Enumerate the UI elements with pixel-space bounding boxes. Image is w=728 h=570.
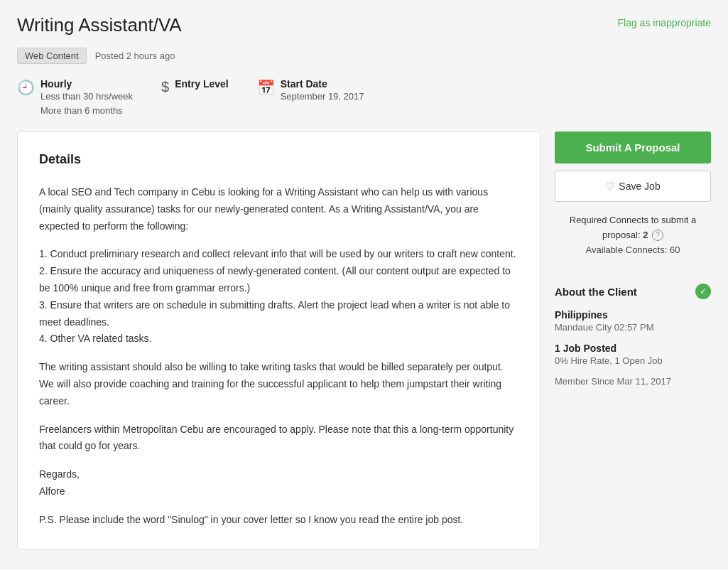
- client-country: Philippines: [555, 309, 711, 321]
- member-since: Member Since Mar 11, 2017: [555, 376, 711, 387]
- job-description: A local SEO and Tech company in Cebu is …: [39, 184, 518, 529]
- jobs-posted-label: 1 Job Posted: [555, 343, 711, 354]
- client-header: About the Client ✓: [555, 284, 711, 299]
- description-paragraph: P.S. Please include the word "Sinulog" i…: [39, 512, 518, 529]
- clock-icon: 🕘: [17, 79, 35, 96]
- job-tag-badge: Web Content: [17, 48, 87, 64]
- hourly-label: Hourly: [40, 78, 133, 90]
- client-section: About the Client ✓ Philippines Mandaue C…: [555, 271, 711, 387]
- submit-proposal-button[interactable]: Submit A Proposal: [555, 131, 711, 163]
- save-job-label: Save Job: [619, 181, 660, 192]
- job-details-row: 🕘 Hourly Less than 30 hrs/week More than…: [17, 78, 711, 117]
- flag-inappropriate-link[interactable]: Flag as inappropriate: [617, 14, 711, 28]
- client-section-title: About the Client: [555, 286, 637, 298]
- main-layout: Details A local SEO and Tech company in …: [17, 131, 711, 549]
- description-paragraph: The writing assistant should also be wil…: [39, 359, 518, 409]
- save-job-button[interactable]: ♡ Save Job: [555, 171, 711, 202]
- meta-bar: Web Content Posted 2 hours ago: [17, 48, 711, 64]
- detail-startdate: 📅 Start Date September 19, 2017: [257, 78, 364, 104]
- available-connects-label: Available Connects:: [586, 244, 668, 255]
- startdate-label: Start Date: [281, 78, 364, 90]
- level-label: Entry Level: [175, 78, 228, 90]
- connects-count: 2: [643, 230, 648, 240]
- description-paragraph: Freelancers within Metropolitan Cebu are…: [39, 421, 518, 456]
- job-title: Writing Assistant/VA: [17, 14, 182, 36]
- description-paragraph: Regards, Alfore: [39, 466, 518, 500]
- hourly-sub1: Less than 30 hrs/week: [40, 90, 133, 104]
- description-paragraph: A local SEO and Tech company in Cebu is …: [39, 184, 518, 235]
- posted-time: Posted 2 hours ago: [95, 50, 175, 61]
- detail-hourly: 🕘 Hourly Less than 30 hrs/week More than…: [17, 78, 133, 117]
- top-bar: Writing Assistant/VA Flag as inappropria…: [17, 14, 711, 36]
- description-paragraph: 1. Conduct preliminary research and coll…: [39, 246, 518, 348]
- details-heading: Details: [39, 152, 518, 167]
- available-connects-count: 60: [670, 244, 680, 255]
- heart-icon: ♡: [605, 180, 614, 193]
- connects-info: Required Connects to submit a proposal: …: [555, 213, 711, 257]
- client-city-time: Mandaue City 02:57 PM: [555, 322, 711, 333]
- startdate-value: September 19, 2017: [281, 90, 364, 104]
- hourly-sub2: More than 6 months: [40, 104, 133, 118]
- question-icon[interactable]: ?: [652, 230, 663, 241]
- sidebar: Submit A Proposal ♡ Save Job Required Co…: [555, 131, 711, 387]
- jobs-posted-sub: 0% Hire Rate, 1 Open Job: [555, 355, 711, 366]
- verified-icon: ✓: [695, 284, 711, 299]
- main-content-panel: Details A local SEO and Tech company in …: [17, 131, 540, 549]
- dollar-icon: $: [161, 79, 169, 95]
- detail-level: $ Entry Level: [161, 78, 229, 95]
- calendar-icon: 📅: [257, 79, 275, 96]
- connects-text: Required Connects to submit a proposal:: [570, 215, 696, 240]
